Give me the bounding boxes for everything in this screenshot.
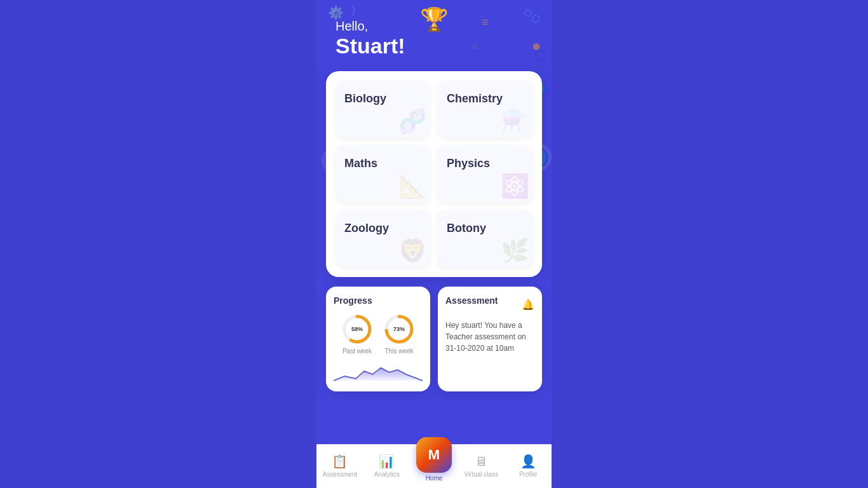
analytics-nav-icon: 📊 [379, 454, 395, 469]
subject-botony-label: Botony [447, 222, 486, 235]
progress-title: Progress [334, 295, 423, 306]
this-week-value: 73% [393, 326, 405, 332]
subject-chemistry-icon: ⚗️ [501, 108, 529, 135]
home-fab[interactable]: M [416, 437, 452, 473]
nav-analytics[interactable]: 📊 Analytics [369, 454, 404, 478]
profile-nav-label: Profile [519, 471, 537, 478]
subject-chemistry[interactable]: Chemistry ⚗️ [438, 81, 532, 138]
virtual-class-nav-icon: 🖥 [475, 454, 487, 469]
this-week-circle-wrap: 73% This week [383, 313, 415, 355]
home-nav-label: Home [426, 475, 443, 482]
past-week-value: 58% [351, 326, 363, 332]
subject-zoology-icon: 🦁 [398, 238, 427, 264]
hello-text: Hello, [336, 19, 532, 34]
assessment-nav-icon: 📋 [332, 454, 348, 469]
bottom-row: Progress 58% Past week [326, 287, 542, 391]
this-week-ring: 73% [383, 313, 415, 345]
assessment-card: Assessment 🔔 Hey stuart! You have a Teac… [438, 287, 542, 391]
assessment-message: Hey stuart! You have a Teacher assessmen… [445, 320, 534, 354]
past-week-ring: 58% [341, 313, 373, 345]
header: Hello, Stuart! [316, 0, 552, 65]
subject-zoology[interactable]: Zoology 🦁 [336, 210, 430, 268]
assessment-bell-icon: 🔔 [522, 299, 534, 311]
progress-card: Progress 58% Past week [326, 287, 430, 391]
area-chart-svg [334, 358, 423, 384]
subject-maths[interactable]: Maths 📐 [336, 146, 430, 203]
subjects-card: Biology 🧬 Chemistry ⚗️ Maths 📐 Physics ⚛… [326, 71, 542, 277]
assessment-title: Assessment [445, 295, 498, 306]
progress-circles: 58% Past week 73% This week [334, 313, 423, 355]
subject-botony[interactable]: Botony 🌿 [438, 210, 532, 268]
nav-assessment[interactable]: 📋 Assessment [322, 454, 357, 478]
assessment-nav-label: Assessment [323, 471, 357, 478]
subject-physics-label: Physics [447, 157, 490, 170]
mini-chart [334, 358, 423, 386]
user-name: Stuart! [336, 34, 532, 58]
main-content: Biology 🧬 Chemistry ⚗️ Maths 📐 Physics ⚛… [316, 65, 552, 444]
home-fab-icon: M [428, 447, 440, 463]
subject-biology-label: Biology [344, 92, 386, 105]
analytics-nav-label: Analytics [374, 471, 400, 478]
past-week-circle-wrap: 58% Past week [341, 313, 373, 355]
profile-nav-icon: 👤 [520, 454, 536, 469]
virtual-class-nav-label: Virtual class [464, 471, 498, 478]
bottom-nav: 📋 Assessment 📊 Analytics M Home 🖥 Virtua… [316, 444, 552, 488]
subject-physics-icon: ⚛️ [501, 173, 529, 200]
subject-biology-icon: 🧬 [398, 108, 427, 135]
subject-zoology-label: Zoology [344, 222, 389, 235]
past-week-label: Past week [342, 348, 372, 355]
subjects-grid: Biology 🧬 Chemistry ⚗️ Maths 📐 Physics ⚛… [336, 81, 532, 268]
subject-biology[interactable]: Biology 🧬 [336, 81, 430, 138]
this-week-label: This week [384, 348, 413, 355]
assessment-header: Assessment 🔔 [445, 295, 534, 313]
subject-maths-label: Maths [344, 157, 377, 170]
subject-physics[interactable]: Physics ⚛️ [438, 146, 532, 203]
phone-container: ⚙️ ⟩ ◇ ⬡ ⬢ ≡ ○ ⬡ ≡ ⋮⋮⋮ 🔵 🔵 🔵 🏆 Hello, St… [316, 0, 552, 488]
nav-home[interactable]: M Home [416, 450, 452, 482]
subject-botony-icon: 🌿 [501, 238, 529, 264]
subject-chemistry-label: Chemistry [447, 92, 503, 105]
nav-profile[interactable]: 👤 Profile [511, 454, 546, 478]
nav-virtual-class[interactable]: 🖥 Virtual class [464, 454, 499, 478]
subject-maths-icon: 📐 [398, 173, 427, 200]
